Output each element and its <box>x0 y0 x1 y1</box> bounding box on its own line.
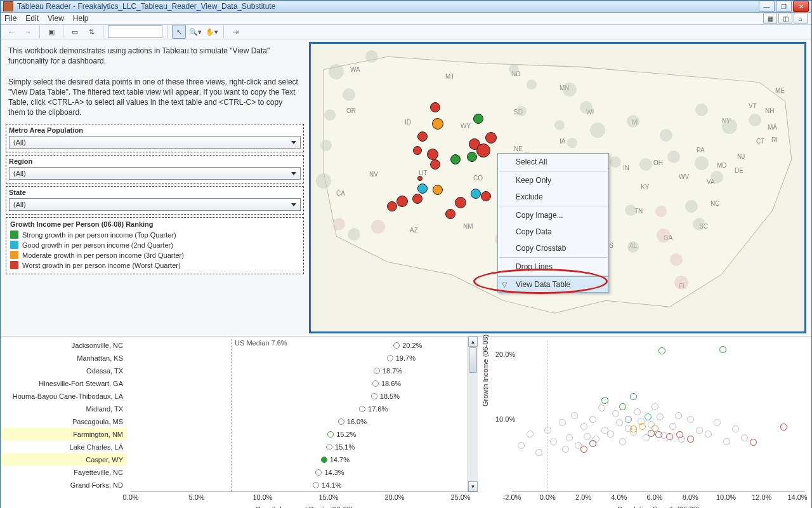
map-point[interactable] <box>387 201 397 211</box>
map-point[interactable] <box>445 209 455 219</box>
map-point[interactable] <box>580 101 593 114</box>
bar-point[interactable]: 14.1% <box>313 481 341 489</box>
bar-label[interactable]: Hinesville-Fort Stewart, GA <box>1 377 127 390</box>
map-point[interactable] <box>695 156 709 170</box>
scatter-point[interactable] <box>598 404 605 411</box>
map-point[interactable] <box>348 228 360 241</box>
bar-label[interactable]: Pascagoula, MS <box>1 415 127 428</box>
bar-point[interactable]: 15.1% <box>326 443 355 451</box>
map-point[interactable] <box>365 50 378 63</box>
scatter-point[interactable] <box>630 393 637 400</box>
scatter-point[interactable] <box>619 438 626 445</box>
scatter-point[interactable] <box>675 412 682 419</box>
zoom-tool[interactable]: 🔍▾ <box>188 25 202 39</box>
scatter-point[interactable] <box>780 424 787 431</box>
scatter-point[interactable] <box>527 431 534 438</box>
filter-dropdown[interactable]: (All) <box>9 167 301 180</box>
map-point[interactable] <box>554 120 565 130</box>
map-point[interactable] <box>695 104 708 116</box>
scatter-plot[interactable] <box>512 340 805 491</box>
scatter-point[interactable] <box>589 416 596 423</box>
scatter-point[interactable] <box>687 416 694 423</box>
scatter-point[interactable] <box>544 427 551 434</box>
map-point[interactable] <box>432 118 443 130</box>
map-point[interactable] <box>471 189 481 199</box>
bar-point[interactable]: 18.5% <box>371 392 400 400</box>
map-point[interactable] <box>509 64 519 74</box>
scatter-point[interactable] <box>669 423 676 430</box>
fit-combo[interactable] <box>108 25 162 38</box>
context-menu-drop-lines[interactable]: Drop Lines <box>498 258 608 275</box>
scatter-point[interactable] <box>612 410 619 417</box>
refresh-button[interactable]: ▣ <box>44 25 58 39</box>
scatter-point[interactable] <box>648 430 655 437</box>
scatter-point[interactable] <box>630 425 637 432</box>
map-point[interactable] <box>610 156 621 168</box>
map-point[interactable] <box>674 276 688 290</box>
bar-point[interactable]: 17.6% <box>359 405 388 413</box>
scatter-point[interactable] <box>719 346 726 353</box>
legend-item[interactable]: Strong growth in per person income (Top … <box>10 231 299 239</box>
scatter-point[interactable] <box>601 397 608 404</box>
scatter-point[interactable] <box>580 446 587 453</box>
bar-point[interactable]: 14.3% <box>315 469 344 476</box>
map-point[interactable] <box>627 241 639 253</box>
map-point[interactable] <box>710 171 723 184</box>
map-point[interactable] <box>433 185 443 195</box>
bar-label[interactable]: Grand Forks, ND <box>1 479 127 491</box>
context-menu-view-data-table[interactable]: View Data Table▽ <box>497 276 609 293</box>
toolbar-show-filmstrip[interactable]: ▦ <box>763 13 777 24</box>
map-point[interactable] <box>412 194 422 204</box>
map-point[interactable] <box>417 131 428 142</box>
bar-point[interactable]: 18.7% <box>374 367 402 375</box>
menu-file[interactable]: File <box>4 14 16 23</box>
scatter-point[interactable] <box>535 449 542 456</box>
legend-item[interactable]: Moderate growth in per person income (3r… <box>10 251 299 259</box>
scatter-point[interactable] <box>566 434 573 441</box>
scatter-point[interactable] <box>696 427 703 434</box>
menu-view[interactable]: View <box>48 14 64 23</box>
scatter-point[interactable] <box>714 419 721 426</box>
scatter-point[interactable] <box>687 436 694 443</box>
bar-point[interactable]: 18.6% <box>372 380 401 387</box>
scatter-point[interactable] <box>741 434 748 441</box>
legend-item[interactable]: Good growth in per person income (2nd Qu… <box>10 241 299 249</box>
bar-point[interactable]: 16.0% <box>338 418 367 425</box>
bar-label[interactable]: Odessa, TX <box>1 364 127 377</box>
map-point[interactable] <box>371 220 385 234</box>
menu-help[interactable]: Help <box>73 14 89 23</box>
scatter-panel[interactable]: Growth Income (06-08) 20.0% 10.0% Popula… <box>478 337 811 508</box>
map-point[interactable] <box>430 102 440 112</box>
scatter-point[interactable] <box>571 412 578 419</box>
scroll-down[interactable]: ▼ <box>468 481 478 491</box>
toolbar-show-dashboard[interactable]: ◫ <box>778 13 792 24</box>
map-point[interactable] <box>324 109 336 121</box>
scatter-point[interactable] <box>645 413 652 420</box>
map-point[interactable] <box>316 173 331 189</box>
scatter-point[interactable] <box>616 419 623 426</box>
bar-label[interactable]: Lake Charles, LA <box>1 441 127 453</box>
bar-label[interactable]: Houma-Bayou Cane-Thibodaux, LA <box>1 390 127 403</box>
map-point[interactable] <box>485 132 497 144</box>
context-menu-copy-crosstab[interactable]: Copy Crosstab <box>498 240 608 257</box>
map-point[interactable] <box>660 129 672 142</box>
context-menu-exclude[interactable]: Exclude <box>498 189 608 205</box>
map-point[interactable] <box>670 253 683 266</box>
map[interactable]: WAMTNDMNORIDWYSDWIMIIANENVUTCOKSMOILINOH… <box>309 42 806 333</box>
scatter-point[interactable] <box>562 446 569 453</box>
scatter-point[interactable] <box>607 431 614 438</box>
map-point[interactable] <box>467 152 477 162</box>
map-point[interactable] <box>563 83 577 97</box>
scatter-point[interactable] <box>584 433 591 440</box>
map-point[interactable] <box>430 159 440 170</box>
scatter-point[interactable] <box>639 423 646 430</box>
menu-edit[interactable]: Edit <box>25 14 39 23</box>
scatter-point[interactable] <box>657 413 664 420</box>
scatter-point[interactable] <box>589 440 596 447</box>
scatter-point[interactable] <box>705 431 712 438</box>
scatter-point[interactable] <box>550 438 557 445</box>
bar-point[interactable]: 15.2% <box>327 431 356 438</box>
map-point[interactable] <box>455 197 466 208</box>
map-point[interactable] <box>655 206 667 217</box>
map-point[interactable] <box>639 158 652 171</box>
